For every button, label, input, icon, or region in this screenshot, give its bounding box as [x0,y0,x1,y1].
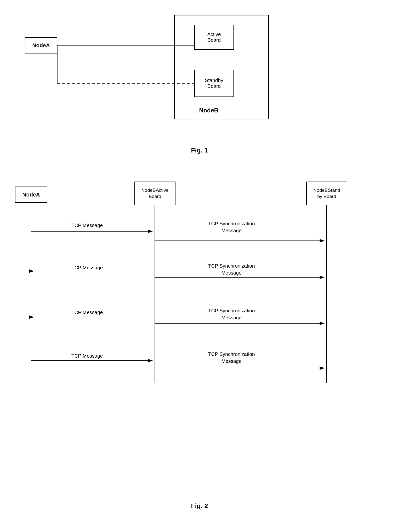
fig2-msg7-label: TCP Message [50,353,124,359]
fig2-nodeB-active-box: NodeBActiveBoard [134,182,175,205]
fig2-msg2-label: TCP SynchronizationMessage [184,220,279,234]
fig1-caption: Fig. 1 [0,146,399,154]
fig1-nodeA-label: NodeA [32,42,50,49]
fig2-msg4-label: TCP SynchronizationMessage [184,262,279,276]
fig2-nodeA-box: NodeA [15,187,47,203]
fig1-active-board-label: ActiveBoard [207,32,221,43]
fig2-msg6-label: TCP SynchronizationMessage [184,307,279,321]
fig2-msg1-label: TCP Message [50,223,124,228]
fig2-nodeB-standby-box: NodeBStandby Board [306,182,347,205]
fig2-container: NodeA NodeBActiveBoard NodeBStandby Boar… [0,179,399,522]
fig1-nodeA-box: NodeA [25,37,57,53]
fig1-container: NodeA ActiveBoard StandbyBoard NodeB [0,7,399,162]
fig1-nodeB-label: NodeB [199,107,218,114]
fig2-nodeB-active-label: NodeBActiveBoard [141,187,169,199]
fig2-caption: Fig. 2 [0,502,399,510]
fig2-msg3-label: TCP Message [50,265,124,271]
fig1-standby-board-label: StandbyBoard [205,78,223,89]
fig1-standby-board-box: StandbyBoard [194,70,234,97]
fig2-nodeB-standby-label: NodeBStandby Board [313,187,340,199]
fig2-msg8-label: TCP SynchronizationMessage [184,351,279,365]
fig2-msg5-label: TCP Message [50,310,124,315]
fig2-nodeA-label: NodeA [22,192,40,198]
fig1-active-board-box: ActiveBoard [194,25,234,50]
